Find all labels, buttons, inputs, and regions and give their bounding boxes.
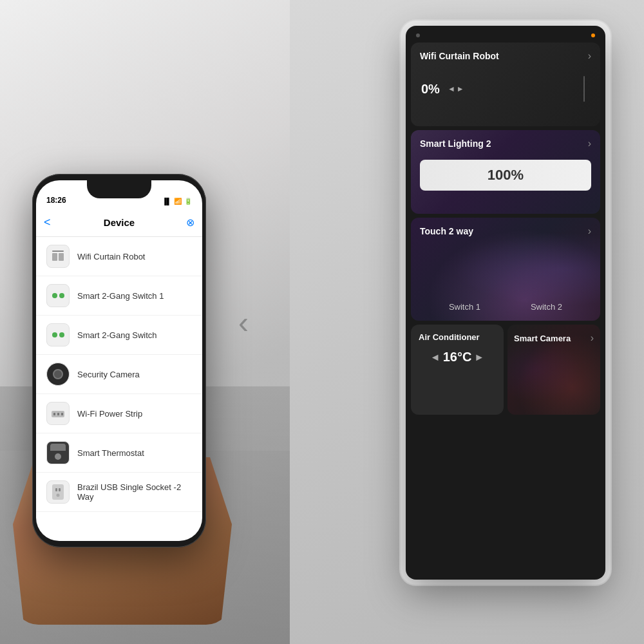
- panel-top-bar: [411, 31, 600, 39]
- touch-header: Touch 2 way ›: [411, 218, 600, 242]
- ac-temperature: 16°C: [443, 350, 472, 365]
- camera-title: Smart Camera: [514, 334, 571, 343]
- device-icon-strip: [46, 402, 70, 425]
- touch-arrow[interactable]: ›: [588, 225, 591, 237]
- navigation-arrow: ‹: [238, 305, 249, 340]
- curtain-card[interactable]: Wifi Curtain Robot › 0% ◄ ►: [411, 43, 600, 126]
- list-item[interactable]: Security Camera: [36, 355, 202, 394]
- panel-dot-left: [416, 33, 420, 37]
- list-item[interactable]: Brazil USB Single Socket -2 Way: [36, 473, 202, 512]
- device-list: Wifi Curtain Robot Smart 2-Gang Switch 1: [36, 237, 202, 541]
- list-item[interactable]: Wifi Curtain Robot: [36, 237, 202, 276]
- svg-rect-7: [52, 484, 64, 500]
- svg-rect-5: [57, 413, 59, 415]
- nav-title: Device: [104, 217, 135, 228]
- phone-nav: < Device ⊗: [36, 209, 202, 237]
- ac-temp-control: ◄ 16°C ►: [411, 346, 504, 368]
- ac-card[interactable]: Air Conditioner ◄ 16°C ►: [411, 325, 504, 415]
- lighting-header: Smart Lighting 2 ›: [411, 130, 600, 155]
- curtain-track[interactable]: [469, 70, 590, 108]
- curtain-controls: 0% ◄ ►: [411, 67, 600, 111]
- device-icon-thermo: [46, 441, 70, 464]
- curtain-slider[interactable]: ◄ ►: [448, 70, 590, 108]
- svg-point-10: [57, 494, 60, 497]
- phone-time: 18:26: [46, 196, 66, 205]
- svg-rect-4: [53, 413, 55, 415]
- curtain-right-icon: ►: [457, 84, 464, 93]
- device-name-socket: Brazil USB Single Socket -2 Way: [77, 482, 192, 502]
- phone-container: 18:26 ▐▌ 📶 🔋 < Device ⊗: [19, 174, 225, 612]
- lighting-percentage: 100%: [488, 167, 524, 184]
- list-item[interactable]: Smart 2-Gang Switch: [36, 316, 202, 355]
- lighting-arrow[interactable]: ›: [588, 138, 591, 149]
- wifi-icon: 📶: [174, 198, 182, 205]
- list-item[interactable]: Wi-Fi Power Strip: [36, 394, 202, 433]
- device-icon-switch2: [46, 323, 70, 346]
- switch1-label[interactable]: Switch 1: [449, 302, 480, 312]
- svg-rect-0: [52, 251, 64, 252]
- curtain-left-icon: ◄: [448, 84, 455, 93]
- touch-title: Touch 2 way: [420, 226, 473, 236]
- device-name-switch2: Smart 2-Gang Switch: [77, 330, 157, 340]
- camera-card[interactable]: Smart Camera ›: [507, 325, 600, 415]
- device-icon-camera: [46, 363, 70, 386]
- svg-rect-6: [61, 413, 63, 415]
- camera-arrow[interactable]: ›: [591, 332, 594, 344]
- panel-dot-right[interactable]: [591, 33, 595, 37]
- list-item[interactable]: Smart 2-Gang Switch 1: [36, 276, 202, 316]
- battery-icon: 🔋: [184, 198, 192, 205]
- lighting-title: Smart Lighting 2: [420, 138, 491, 149]
- bottom-row: Air Conditioner ◄ 16°C ► Smart Camera ›: [411, 325, 600, 415]
- signal-icon: ▐▌: [162, 198, 171, 205]
- device-name-curtain: Wifi Curtain Robot: [77, 252, 145, 261]
- phone-notch: [87, 180, 151, 198]
- phone-body: 18:26 ▐▌ 📶 🔋 < Device ⊗: [32, 174, 206, 547]
- settings-icon[interactable]: ⊗: [186, 216, 194, 229]
- svg-rect-1: [52, 253, 57, 261]
- curtain-title: Wifi Curtain Robot: [420, 51, 499, 61]
- device-icon-socket: [46, 480, 70, 504]
- ac-decrease-button[interactable]: ◄: [430, 352, 440, 363]
- curtain-slider-line: [583, 76, 585, 102]
- camera-header: Smart Camera ›: [507, 325, 600, 348]
- ac-increase-button[interactable]: ►: [474, 352, 484, 363]
- lighting-bar[interactable]: 100%: [420, 160, 591, 191]
- curtain-direction-icons: ◄ ►: [448, 84, 464, 93]
- switch2-label[interactable]: Switch 2: [531, 302, 562, 312]
- back-button[interactable]: <: [44, 216, 51, 229]
- ac-title: Air Conditioner: [411, 325, 504, 346]
- curtain-arrow[interactable]: ›: [588, 50, 591, 62]
- svg-rect-2: [59, 253, 64, 261]
- svg-rect-9: [59, 488, 61, 491]
- device-name-switch1: Smart 2-Gang Switch 1: [77, 291, 164, 301]
- device-name-camera: Security Camera: [77, 370, 140, 379]
- curtain-header: Wifi Curtain Robot ›: [411, 43, 600, 67]
- touch-switches: Switch 1 Switch 2: [411, 302, 600, 312]
- list-item[interactable]: Smart Thermostat: [36, 433, 202, 473]
- phone-screen: 18:26 ▐▌ 📶 🔋 < Device ⊗: [36, 180, 202, 541]
- device-name-thermo: Smart Thermostat: [77, 448, 144, 458]
- smart-panel: Wifi Curtain Robot › 0% ◄ ► Smart Lighti…: [406, 26, 605, 580]
- device-icon-switch1: [46, 284, 70, 307]
- status-icons: ▐▌ 📶 🔋: [162, 198, 192, 205]
- device-name-strip: Wi-Fi Power Strip: [77, 409, 142, 419]
- lighting-card[interactable]: Smart Lighting 2 › 100%: [411, 130, 600, 214]
- device-icon-curtain: [46, 245, 70, 268]
- curtain-percentage: 0%: [421, 82, 440, 97]
- svg-rect-8: [55, 488, 57, 491]
- touch-card[interactable]: Touch 2 way › Switch 1 Switch 2: [411, 218, 600, 321]
